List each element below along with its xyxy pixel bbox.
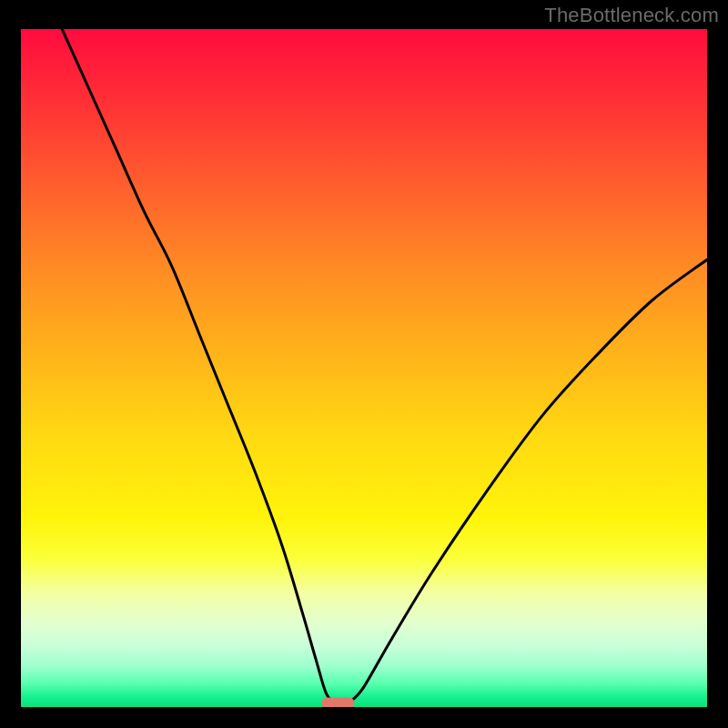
chart-svg (21, 29, 707, 707)
chart-frame: TheBottleneck.com (0, 0, 728, 728)
minimum-marker (321, 698, 354, 708)
plot-area (21, 29, 707, 707)
bottleneck-curve (62, 29, 707, 704)
watermark-text: TheBottleneck.com (544, 4, 719, 27)
